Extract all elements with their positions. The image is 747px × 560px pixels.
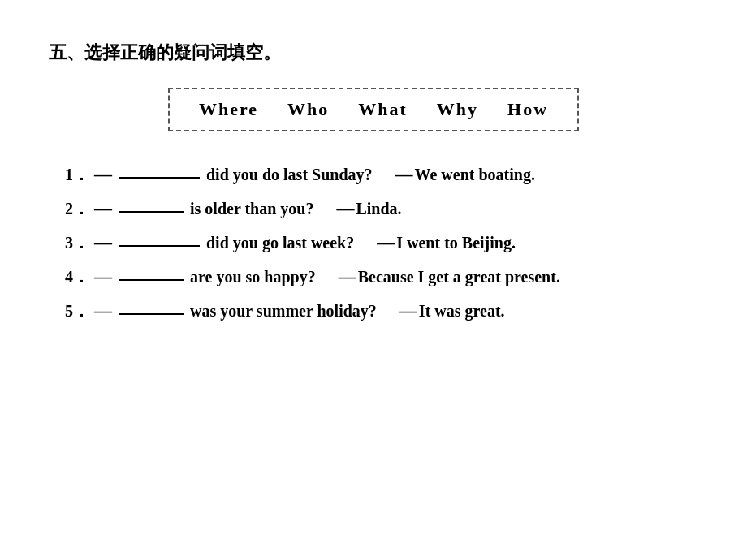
q-blank-3[interactable] bbox=[119, 243, 200, 247]
q-text-3: did you go last week? bbox=[206, 235, 354, 251]
q-blank-5[interactable] bbox=[119, 312, 184, 315]
word-who: Who bbox=[287, 99, 329, 120]
q-text-2: is older than you? bbox=[190, 200, 313, 217]
question-row-4: 4． — are you so happy? —Because I get a … bbox=[65, 260, 698, 294]
question-row-2: 2． — is older than you? —Linda. bbox=[65, 192, 698, 226]
page: 五、选择正确的疑问词填空。 Where Who What Why How 1． … bbox=[0, 0, 747, 560]
q-num-3: 3． bbox=[65, 235, 94, 251]
q-dash-2: — bbox=[94, 200, 112, 218]
section-title: 五、选择正确的疑问词填空。 bbox=[49, 41, 698, 65]
q-num-2: 2． bbox=[65, 200, 94, 217]
question-row-5: 5． — was your summer holiday? —It was gr… bbox=[65, 294, 698, 328]
word-box-container: Where Who What Why How bbox=[49, 88, 698, 131]
q-blank-2[interactable] bbox=[119, 209, 184, 213]
q-answer-dash-2: — bbox=[336, 198, 354, 218]
q-answer-dash-5: — bbox=[399, 300, 417, 321]
q-text-4: are you so happy? bbox=[190, 269, 316, 285]
q-answer-dash-1: — bbox=[395, 164, 413, 184]
word-what: What bbox=[358, 99, 408, 120]
q-answer-2: —Linda. bbox=[336, 200, 401, 218]
word-why: Why bbox=[437, 99, 478, 120]
q-answer-3: —I went to Beijing. bbox=[377, 234, 516, 252]
word-box: Where Who What Why How bbox=[168, 88, 579, 131]
questions-list: 1． — did you do last Sunday? —We went bo… bbox=[65, 157, 698, 328]
q-text-5: was your summer holiday? bbox=[190, 303, 377, 319]
q-num-5: 5． bbox=[65, 303, 94, 319]
q-dash-3: — bbox=[94, 234, 112, 252]
question-row-3: 3． — did you go last week? —I went to Be… bbox=[65, 226, 698, 260]
q-answer-5: —It was great. bbox=[399, 302, 505, 320]
word-where: Where bbox=[199, 99, 258, 120]
q-text-1: did you do last Sunday? bbox=[206, 166, 373, 183]
q-num-1: 1． bbox=[65, 166, 94, 183]
question-row-1: 1． — did you do last Sunday? —We went bo… bbox=[65, 157, 698, 192]
q-dash-5: — bbox=[94, 302, 112, 320]
q-blank-1[interactable] bbox=[119, 175, 200, 179]
q-blank-4[interactable] bbox=[119, 278, 184, 281]
q-dash-4: — bbox=[94, 268, 112, 286]
q-num-4: 4． bbox=[65, 269, 94, 285]
q-dash-1: — bbox=[94, 166, 112, 183]
word-how: How bbox=[507, 99, 548, 120]
q-answer-1: —We went boating. bbox=[395, 166, 535, 183]
q-answer-dash-4: — bbox=[339, 266, 356, 286]
q-answer-dash-3: — bbox=[377, 232, 395, 252]
q-answer-4: —Because I get a great present. bbox=[339, 268, 560, 286]
